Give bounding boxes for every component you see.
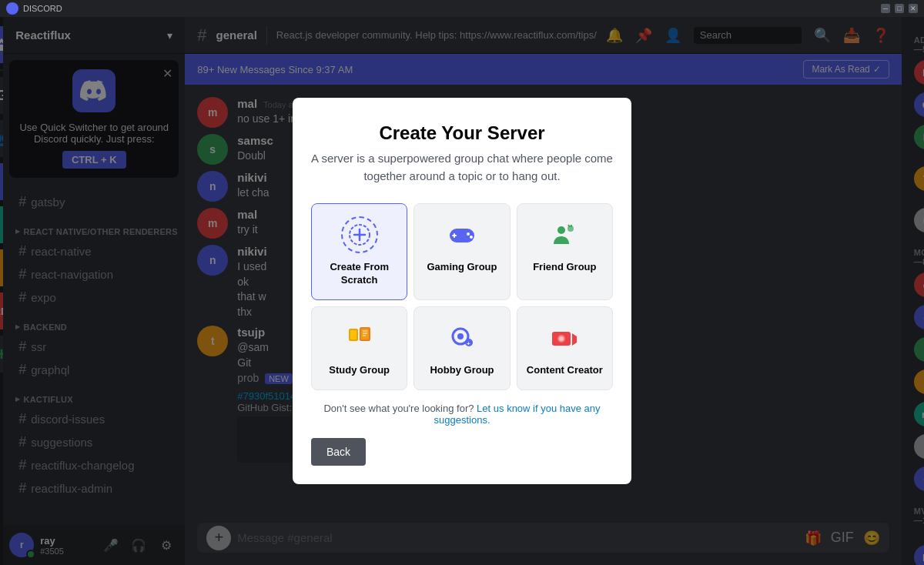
friend-icon [546,216,583,253]
camera-icon [546,319,583,356]
discord-logo [6,2,18,15]
hobby-icon: + [444,319,480,356]
gaming-group-option[interactable]: Gaming Group [413,203,510,300]
modal-title: Create Your Server [311,122,613,144]
window-controls[interactable]: ─ □ ✕ [881,4,918,13]
modal-subtitle: A server is a superpowered group chat wh… [311,150,613,185]
option-label: Create From Scratch [321,261,397,287]
option-label: Content Creator [527,364,603,377]
option-label: Hobby Group [430,364,494,377]
create-from-scratch-option[interactable]: Create From Scratch [311,203,407,300]
create-server-modal: Create Your Server A server is a superpo… [293,98,631,484]
svg-rect-6 [452,235,457,236]
option-label: Friend Group [533,261,596,274]
close-button[interactable]: ✕ [909,4,918,13]
maximize-button[interactable]: □ [895,4,904,13]
book-icon [341,319,378,356]
hobby-group-option[interactable]: + Hobby Group [413,306,510,390]
plus-circle-icon [341,216,378,253]
svg-rect-16 [361,329,369,339]
svg-text:+: + [467,340,470,347]
svg-rect-14 [350,330,357,339]
friend-group-option[interactable]: Friend Group [517,203,613,300]
gamepad-icon [444,216,480,253]
svg-point-27 [559,336,564,341]
scratch-icon-container [341,216,378,253]
study-group-option[interactable]: Study Group [311,306,407,390]
modal-overlay: Create Your Server A server is a superpo… [0,17,924,565]
svg-point-9 [557,226,565,234]
content-creator-option[interactable]: Content Creator [517,306,613,390]
option-label: Study Group [329,364,390,377]
minimize-button[interactable]: ─ [881,4,890,13]
back-button[interactable]: Back [311,438,366,466]
svg-marker-25 [572,333,577,346]
svg-point-7 [467,232,470,236]
modal-footer: Don't see what you're looking for? Let u… [311,403,613,426]
title-bar: DISCORD ─ □ ✕ [0,0,924,17]
svg-point-8 [470,236,473,239]
title-bar-left: DISCORD [6,2,62,15]
app-title: DISCORD [23,4,62,13]
footer-text: Don't see what you're looking for? [323,403,474,414]
option-label: Gaming Group [427,261,497,274]
svg-point-21 [457,333,464,339]
server-type-grid: Create From Scratch Gaming Group [311,203,613,390]
